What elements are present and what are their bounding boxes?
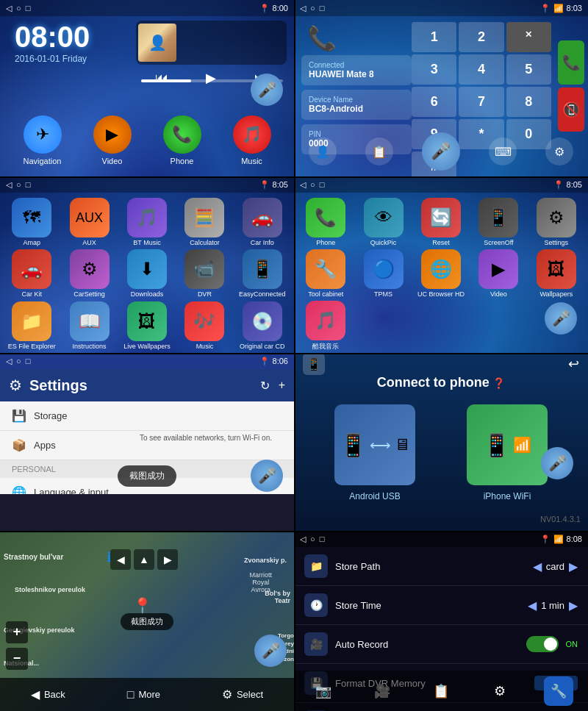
answer-button[interactable]: 📞 (558, 40, 584, 85)
key-8[interactable]: 8 (506, 87, 551, 117)
app-btmusic[interactable]: 🎵BT Music (120, 198, 174, 246)
mic-button-6[interactable]: 🎤 (541, 447, 573, 479)
app-toolcabinet[interactable]: 🔧Tool cabinet (298, 249, 353, 298)
dvr-bot-icon-5-active[interactable]: 🔧 (544, 676, 573, 706)
dvr-home-icon[interactable]: ○ (310, 535, 315, 544)
key-1[interactable]: 1 (412, 22, 456, 52)
prev-button[interactable]: ⏮ (155, 71, 168, 86)
app-video[interactable]: ▶Video (471, 249, 526, 298)
dialpad-icon[interactable]: ⌨ (489, 137, 517, 165)
storetime-right-arrow[interactable]: ▶ (569, 599, 578, 612)
mic-button-4[interactable]: 🎤 (545, 302, 577, 335)
play-button[interactable]: ▶ (206, 70, 216, 86)
app-calculator[interactable]: 🧮Calculator (177, 198, 232, 246)
music-icon: 🎵 (233, 115, 271, 154)
del-key[interactable]: ✕ (506, 22, 551, 52)
dvr-bot-icon-4[interactable]: ⚙ (485, 676, 514, 706)
app-carsetting[interactable]: ⚙CarSetting (62, 249, 116, 298)
home-icon[interactable]: ○ (16, 4, 21, 12)
add-icon[interactable]: + (279, 379, 285, 393)
recent-icon-3[interactable]: □ (26, 180, 31, 189)
media-bar[interactable]: 👤 (136, 21, 287, 65)
dvr-auto-record: 🎥 Auto Record ON (294, 625, 588, 664)
dvr-bot-icon-2[interactable]: 🎥 (368, 676, 397, 706)
app-originalcar[interactable]: 💿Original car CD (235, 301, 290, 350)
contacts-icon[interactable]: 👤 (309, 137, 337, 165)
app-carinfo[interactable]: 🚗Car Info (235, 198, 290, 246)
app-screenoff[interactable]: 📱ScreenOff (471, 198, 526, 246)
app-quickpic[interactable]: 👁QuickPic (356, 198, 410, 246)
back-icon-3[interactable]: ◁ (6, 180, 12, 190)
app-esfile[interactable]: 📁ES File Explorer (4, 301, 59, 350)
map-back-button[interactable]: ◀ Back (31, 687, 65, 701)
nav-item-navigation[interactable]: ✈ Navigation (24, 115, 62, 165)
key-3[interactable]: 3 (412, 54, 456, 85)
autorecord-toggle[interactable] (526, 636, 559, 652)
nav-item-video[interactable]: ▶ Video (93, 115, 132, 165)
app-reset[interactable]: 🔄Reset (414, 198, 468, 246)
back-icon[interactable]: ◁ (6, 4, 12, 13)
app-easyconnected[interactable]: 📱EasyConnected (235, 249, 290, 298)
android-usb-option[interactable]: 📱 ⟷ 🖥 Android USB (334, 404, 415, 501)
home-icon-2[interactable]: ○ (310, 4, 315, 12)
app-ucbrowser[interactable]: 🌐UC Browser HD (414, 249, 468, 298)
mic-button-dialer[interactable]: 🎤 (422, 132, 460, 171)
app-livewallpaper[interactable]: 🖼Live Wallpapers (120, 301, 174, 350)
nav-item-music[interactable]: 🎵 Music (233, 115, 271, 165)
storetime-left-arrow[interactable]: ◀ (528, 599, 537, 612)
app-music[interactable]: 🎶Music (177, 301, 232, 350)
iphone-wifi-option[interactable]: 📱 📶 iPhone WiFi (467, 404, 548, 501)
dvr-back-icon[interactable]: ◁ (300, 535, 306, 544)
settings-storage[interactable]: 💾Storage (0, 401, 294, 431)
app-kuwo[interactable]: 🎵酷我音乐 (298, 301, 353, 351)
back-button-connect[interactable]: ↩ (568, 356, 579, 372)
recent-icon-4[interactable]: □ (320, 180, 325, 189)
storepath-left-arrow[interactable]: ◀ (533, 560, 542, 574)
recent-icon-2[interactable]: □ (320, 4, 325, 12)
map-select-button[interactable]: ⚙ Select (222, 687, 263, 701)
settings-icon-dialer[interactable]: ⚙ (545, 137, 573, 165)
app-carkit[interactable]: 🚗Car Kit (4, 249, 59, 298)
key-2[interactable]: 2 (459, 22, 503, 52)
refresh-icon[interactable]: ↻ (260, 379, 270, 393)
app-downloads[interactable]: ⬇Downloads (120, 249, 174, 298)
mic-button-7[interactable]: 🎤 (254, 635, 287, 667)
key-5[interactable]: 5 (506, 54, 551, 85)
home-icon-3[interactable]: ○ (16, 180, 21, 189)
app-instructions[interactable]: 📖Instructions (62, 301, 116, 350)
app-phone2[interactable]: 📞Phone (298, 198, 353, 246)
storepath-right-arrow[interactable]: ▶ (569, 560, 578, 574)
home-icon-5[interactable]: ○ (16, 357, 21, 365)
connect-help-icon[interactable]: ❓ (492, 377, 505, 389)
back-icon-2[interactable]: ◁ (300, 4, 306, 13)
recent-icon-5[interactable]: □ (26, 357, 31, 365)
back-icon-5[interactable]: ◁ (6, 357, 12, 366)
recent-icon[interactable]: □ (26, 4, 31, 12)
dvr-bot-icon-3[interactable]: 📋 (426, 676, 456, 706)
zoom-in-button[interactable]: + (6, 621, 28, 643)
nav-item-phone[interactable]: 📞 Phone (163, 115, 201, 165)
mic-button-1[interactable]: 🎤 (251, 74, 283, 106)
nav-left-button[interactable]: ◀ (110, 549, 131, 570)
dvr-bot-icon-1[interactable]: 📷 (309, 676, 338, 706)
nav-up-button[interactable]: ▲ (134, 549, 154, 570)
app-amap[interactable]: 🗺Amap (4, 198, 59, 246)
recent-calls-icon[interactable]: 📋 (365, 137, 393, 165)
home-icon-4[interactable]: ○ (310, 180, 315, 189)
back-icon-4[interactable]: ◁ (300, 180, 306, 190)
key-6[interactable]: 6 (412, 87, 456, 117)
app-settings[interactable]: ⚙Settings (529, 198, 584, 246)
zoom-out-button[interactable]: − (6, 648, 28, 670)
nav-right-button[interactable]: ▶ (157, 549, 178, 570)
app-tpms[interactable]: 🔵TPMS (356, 249, 410, 298)
key-4[interactable]: 4 (459, 54, 503, 85)
app-dvr[interactable]: 📹DVR (177, 249, 232, 298)
screenshot-toast-5: 截图成功 (118, 465, 176, 487)
dvr-recent-icon[interactable]: □ (320, 535, 325, 544)
map-more-button[interactable]: □ More (127, 688, 160, 701)
key-7[interactable]: 7 (459, 87, 503, 117)
app-aux[interactable]: AUXAUX (62, 198, 116, 246)
hangup-button[interactable]: 📵 (558, 87, 584, 132)
mic-button-5[interactable]: 🎤 (251, 460, 283, 492)
app-wallpapers[interactable]: 🖼Wallpapers (529, 249, 584, 298)
